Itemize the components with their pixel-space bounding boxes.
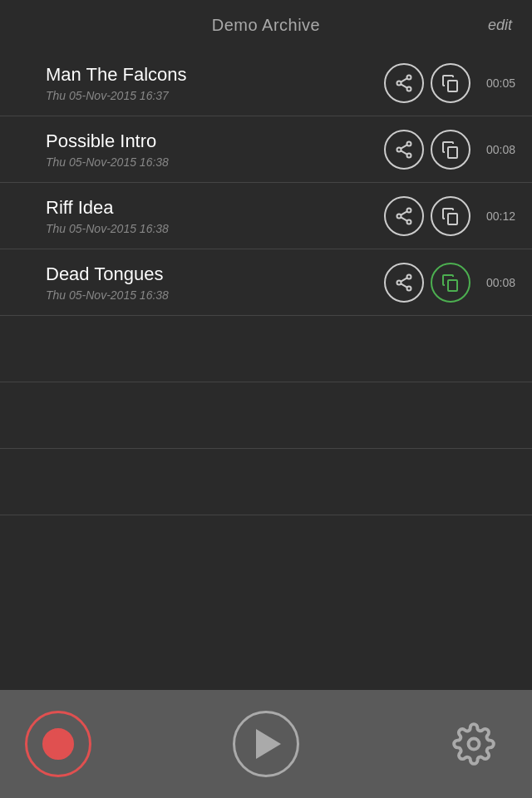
svg-point-12 bbox=[407, 208, 411, 212]
item-duration: 00:12 bbox=[482, 209, 515, 223]
svg-line-3 bbox=[401, 78, 406, 81]
page-title: Demo Archive bbox=[212, 16, 321, 35]
svg-rect-5 bbox=[448, 81, 457, 91]
copy-button[interactable] bbox=[431, 196, 470, 236]
item-info: Dead Tongues Thu 05-Nov-2015 16:38 bbox=[46, 264, 384, 302]
item-date: Thu 05-Nov-2015 16:37 bbox=[46, 89, 384, 102]
gear-icon bbox=[452, 722, 495, 766]
item-info: Man The Falcons Thu 05-Nov-2015 16:37 bbox=[46, 64, 384, 102]
record-icon bbox=[42, 728, 74, 760]
item-actions: 00:12 bbox=[384, 196, 515, 236]
svg-line-21 bbox=[401, 278, 406, 281]
svg-point-2 bbox=[407, 86, 411, 91]
item-actions: 00:05 bbox=[384, 63, 515, 103]
share-button[interactable] bbox=[384, 263, 424, 303]
svg-point-6 bbox=[407, 141, 411, 145]
svg-line-15 bbox=[401, 211, 406, 214]
svg-point-20 bbox=[407, 286, 411, 290]
empty-row bbox=[0, 382, 532, 449]
item-actions: 00:08 bbox=[384, 263, 515, 303]
item-title: Man The Falcons bbox=[46, 64, 384, 86]
svg-rect-17 bbox=[448, 214, 457, 224]
item-duration: 00:08 bbox=[482, 143, 515, 156]
svg-line-10 bbox=[401, 150, 406, 154]
item-actions: 00:08 bbox=[384, 130, 515, 170]
svg-point-7 bbox=[397, 147, 401, 151]
item-duration: 00:08 bbox=[482, 276, 515, 289]
share-button[interactable] bbox=[384, 196, 424, 236]
play-icon bbox=[256, 729, 281, 759]
edit-button[interactable]: edit bbox=[488, 17, 512, 34]
list-item: Riff Idea Thu 05-Nov-2015 16:38 00:12 bbox=[0, 183, 532, 249]
empty-row bbox=[0, 449, 532, 515]
copy-button-active[interactable] bbox=[431, 263, 470, 303]
item-date: Thu 05-Nov-2015 16:38 bbox=[46, 222, 384, 235]
svg-rect-11 bbox=[448, 147, 457, 158]
svg-point-14 bbox=[407, 219, 411, 224]
svg-point-18 bbox=[407, 274, 411, 278]
svg-line-4 bbox=[401, 84, 406, 87]
svg-rect-23 bbox=[448, 280, 457, 291]
footer-toolbar bbox=[0, 690, 532, 798]
record-button[interactable] bbox=[25, 711, 91, 777]
svg-point-8 bbox=[407, 153, 411, 157]
svg-point-13 bbox=[397, 214, 401, 218]
svg-point-1 bbox=[397, 81, 401, 85]
copy-button[interactable] bbox=[431, 130, 470, 170]
copy-button[interactable] bbox=[431, 63, 470, 103]
settings-button[interactable] bbox=[441, 711, 507, 777]
item-info: Possible Intro Thu 05-Nov-2015 16:38 bbox=[46, 131, 384, 169]
item-title: Riff Idea bbox=[46, 197, 384, 219]
share-button[interactable] bbox=[384, 130, 424, 170]
svg-line-16 bbox=[401, 217, 406, 220]
svg-point-19 bbox=[397, 280, 401, 284]
list-item: Man The Falcons Thu 05-Nov-2015 16:37 bbox=[0, 50, 532, 116]
empty-row bbox=[0, 316, 532, 382]
play-button[interactable] bbox=[233, 711, 299, 777]
header: Demo Archive edit bbox=[0, 0, 532, 50]
track-list: Man The Falcons Thu 05-Nov-2015 16:37 bbox=[0, 50, 532, 515]
list-item: Possible Intro Thu 05-Nov-2015 16:38 bbox=[0, 116, 532, 183]
item-date: Thu 05-Nov-2015 16:38 bbox=[46, 155, 384, 169]
item-date: Thu 05-Nov-2015 16:38 bbox=[46, 288, 384, 302]
item-title: Dead Tongues bbox=[46, 264, 384, 285]
svg-line-22 bbox=[401, 283, 406, 287]
list-item: Dead Tongues Thu 05-Nov-2015 16:38 00 bbox=[0, 249, 532, 316]
svg-point-0 bbox=[407, 75, 411, 79]
share-button[interactable] bbox=[384, 63, 424, 103]
item-info: Riff Idea Thu 05-Nov-2015 16:38 bbox=[46, 197, 384, 235]
item-duration: 00:05 bbox=[482, 76, 515, 90]
svg-point-24 bbox=[469, 739, 480, 750]
item-title: Possible Intro bbox=[46, 131, 384, 152]
svg-line-9 bbox=[401, 145, 406, 148]
